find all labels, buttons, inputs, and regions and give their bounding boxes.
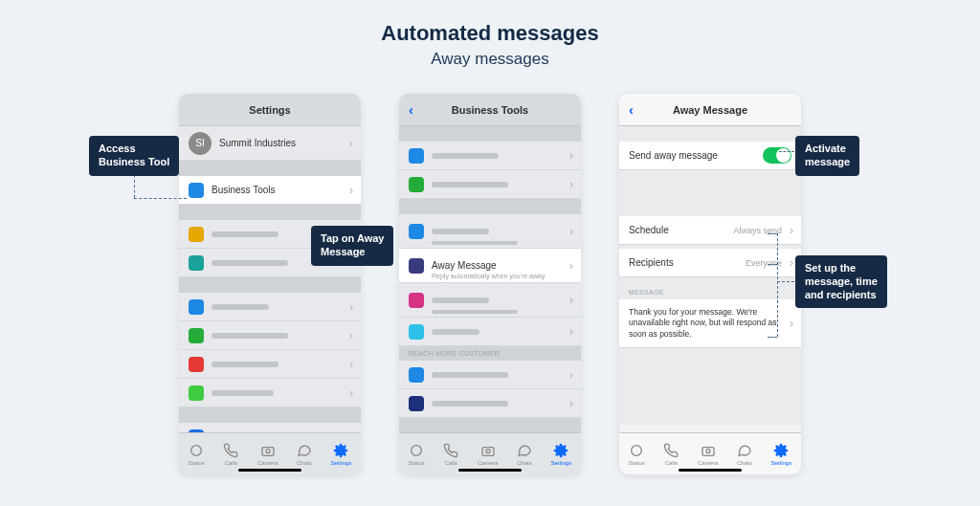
tab-camera[interactable]: Camera	[257, 443, 278, 466]
tab-calls[interactable]: Calls	[663, 443, 679, 466]
list-item[interactable]: ›	[179, 350, 361, 379]
away-message-row[interactable]: Away Message Reply automatically when yo…	[399, 249, 581, 283]
chevron-right-icon: ›	[569, 225, 573, 238]
chevron-right-icon: ›	[569, 178, 573, 191]
page-subtitle: Away messages	[0, 50, 980, 69]
list-icon	[409, 148, 424, 164]
list-item[interactable]: ›	[399, 389, 581, 418]
list-icon	[189, 227, 204, 242]
svg-rect-9	[702, 447, 714, 455]
chevron-right-icon: ›	[790, 316, 793, 331]
back-button[interactable]: ‹	[409, 101, 413, 118]
svg-point-4	[412, 445, 422, 455]
chevron-right-icon: ›	[349, 137, 353, 150]
svg-rect-1	[262, 447, 274, 455]
tab-camera[interactable]: Camera	[698, 443, 718, 466]
svg-rect-5	[482, 447, 494, 455]
page-title: Automated messages	[0, 21, 980, 46]
away-message-label: Away Message	[432, 260, 497, 271]
tab-status[interactable]: Status	[629, 443, 645, 466]
header-title: Away Message	[673, 104, 747, 116]
header-title: Settings	[249, 104, 290, 116]
tab-camera[interactable]: Camera	[478, 443, 498, 466]
list-item[interactable]: ›	[399, 214, 581, 249]
header-title: Business Tools	[452, 104, 528, 116]
chevron-right-icon: ›	[790, 224, 793, 237]
business-name: Summit Industries	[219, 138, 296, 148]
list-icon	[189, 328, 204, 343]
header-bar: Settings	[179, 94, 361, 126]
tab-settings[interactable]: Settings	[330, 443, 351, 466]
chevron-right-icon: ›	[349, 386, 353, 400]
tab-status[interactable]: Status	[409, 443, 425, 466]
recipients-label: Recipients	[629, 257, 674, 268]
list-item[interactable]: ›	[399, 361, 581, 389]
list-item[interactable]: ›	[179, 379, 361, 407]
phone-settings: Settings SI Summit Industries › Business…	[179, 94, 361, 474]
list-item[interactable]: ›	[399, 170, 581, 199]
avatar: SI	[189, 132, 212, 155]
business-tools-row[interactable]: Business Tools ›	[179, 176, 361, 205]
section-label-reach-more: REACH MORE CUSTOMER	[399, 346, 581, 361]
tab-chats[interactable]: Chats	[517, 443, 532, 466]
chevron-right-icon: ›	[349, 358, 353, 371]
business-tools-label: Business Tools	[212, 185, 276, 195]
list-icon	[189, 255, 204, 271]
list-item[interactable]: ›	[399, 142, 581, 170]
tab-chats[interactable]: Chats	[737, 443, 752, 466]
recipients-row[interactable]: Recipients Everyone ›	[619, 249, 801, 277]
chevron-right-icon: ›	[569, 325, 573, 339]
chevron-right-icon: ›	[569, 259, 573, 273]
callout-access-business-tool: Access Business Tool	[89, 136, 179, 176]
tab-status[interactable]: Status	[189, 443, 205, 466]
home-indicator	[679, 469, 742, 472]
svg-point-8	[632, 445, 642, 455]
svg-point-2	[266, 449, 270, 452]
business-tools-icon	[189, 183, 204, 198]
header-bar: ‹ Away Message	[619, 94, 801, 126]
list-icon	[409, 396, 424, 411]
list-icon	[189, 357, 204, 372]
send-away-toggle-row[interactable]: Send away message	[619, 142, 801, 170]
chevron-right-icon: ›	[569, 368, 573, 382]
schedule-label: Schedule	[629, 225, 669, 235]
moon-icon	[409, 258, 424, 274]
tab-calls[interactable]: Calls	[223, 443, 238, 466]
list-icon	[409, 224, 424, 239]
svg-point-6	[486, 449, 490, 452]
list-item[interactable]: ›	[179, 293, 361, 321]
list-item[interactable]: ›	[399, 318, 581, 346]
callout-tap-away-message: Tap on Away Message	[311, 226, 393, 266]
chevron-right-icon: ›	[349, 329, 353, 342]
list-icon	[409, 293, 424, 308]
chevron-right-icon: ›	[349, 184, 353, 197]
tab-settings[interactable]: Settings	[550, 443, 571, 466]
send-away-label: Send away message	[629, 150, 718, 161]
back-button[interactable]: ‹	[629, 101, 634, 118]
list-icon	[189, 385, 204, 401]
chevron-right-icon: ›	[569, 149, 573, 163]
header-bar: ‹ Business Tools	[399, 94, 581, 126]
tab-settings[interactable]: Settings	[770, 443, 791, 466]
message-text-row[interactable]: Thank you for your message. We're unavai…	[619, 299, 801, 348]
chevron-right-icon: ›	[349, 300, 353, 314]
chevron-right-icon: ›	[569, 294, 573, 307]
schedule-row[interactable]: Schedule Always send ›	[619, 216, 801, 245]
list-icon	[409, 177, 424, 192]
svg-point-10	[706, 449, 710, 452]
list-item[interactable]: ›	[399, 283, 581, 318]
message-text: Thank you for your message. We're unavai…	[629, 307, 777, 339]
callout-setup: Set up the message, time and recipients	[795, 255, 887, 308]
chevron-right-icon: ›	[569, 397, 573, 410]
business-profile-row[interactable]: SI Summit Industries ›	[179, 126, 361, 161]
tab-chats[interactable]: Chats	[297, 443, 312, 466]
tab-calls[interactable]: Calls	[443, 443, 458, 466]
phone-business-tools: ‹ Business Tools › › › Away Message Repl…	[399, 94, 581, 474]
svg-point-0	[191, 445, 202, 455]
list-icon	[409, 324, 424, 340]
away-message-subtitle: Reply automatically when you're away	[432, 273, 545, 279]
toggle-on-icon[interactable]	[763, 147, 791, 164]
phone-away-message: ‹ Away Message Send away message Schedul…	[619, 94, 801, 474]
list-item[interactable]: ›	[179, 321, 361, 350]
home-indicator	[238, 469, 301, 472]
